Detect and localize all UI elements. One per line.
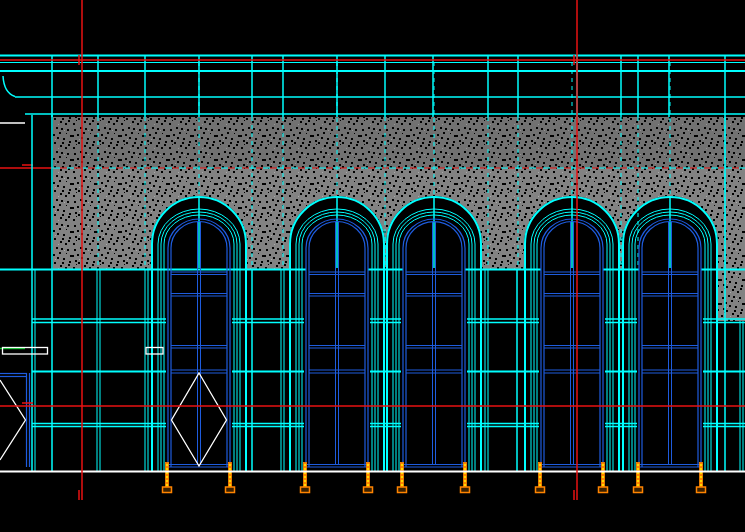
diamond-muntins (0, 373, 227, 466)
entablature (0, 56, 745, 124)
cad-viewport (0, 0, 745, 532)
elevation-drawing-canvas[interactable] (0, 0, 745, 532)
pier-bands (32, 319, 745, 427)
